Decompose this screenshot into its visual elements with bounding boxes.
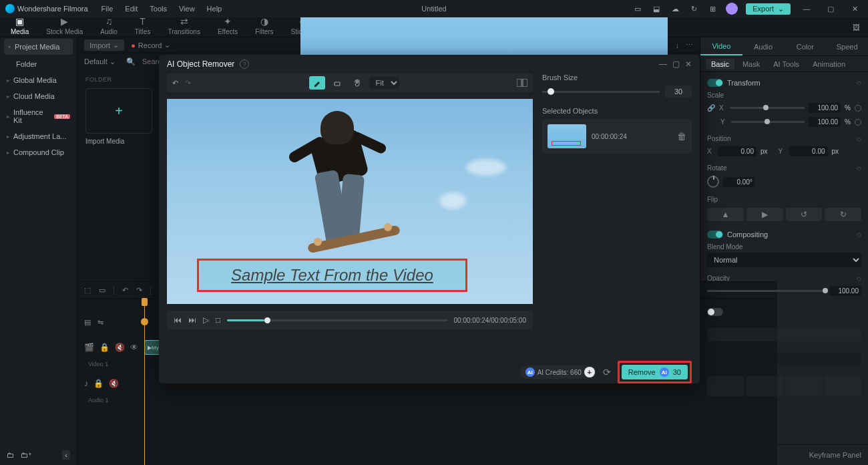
scale-x-slider[interactable] bbox=[730, 107, 805, 109]
link-icon[interactable]: ⇋ bbox=[97, 318, 103, 327]
progress-bar[interactable] bbox=[227, 319, 447, 321]
reset-scale-y[interactable] bbox=[855, 119, 861, 126]
tab-audio[interactable]: ♫Audio bbox=[97, 15, 120, 37]
undo-icon[interactable]: ↶ bbox=[122, 286, 128, 295]
track-view-icon[interactable]: ▤ bbox=[84, 318, 91, 327]
reset-compositing[interactable]: ◇ bbox=[857, 231, 861, 238]
rotate-input[interactable] bbox=[723, 177, 755, 187]
tab-media[interactable]: ▣Media bbox=[8, 15, 31, 37]
cloud-icon[interactable]: ☁ bbox=[670, 3, 680, 14]
close-button[interactable]: ✕ bbox=[847, 2, 863, 15]
screen-icon[interactable]: ▭ bbox=[632, 3, 643, 14]
menu-tools[interactable]: Tools bbox=[150, 5, 167, 13]
subtab-basic[interactable]: Basic bbox=[706, 59, 734, 69]
export-button[interactable]: Export⌄ bbox=[746, 3, 791, 15]
selection-overlay[interactable]: Sample Text From the Video bbox=[197, 259, 467, 292]
sort-dropdown[interactable]: Default ⌄ bbox=[84, 57, 116, 66]
tab-titles[interactable]: TTitles bbox=[132, 15, 154, 37]
snapshot-icon[interactable]: 🖼 bbox=[853, 23, 860, 31]
reset-position[interactable]: ◇ bbox=[857, 136, 861, 142]
opacity-input[interactable] bbox=[829, 286, 861, 296]
minimize-button[interactable]: — bbox=[799, 2, 815, 15]
mute-icon[interactable]: 🔇 bbox=[115, 343, 125, 352]
pos-y-input[interactable] bbox=[789, 146, 828, 156]
modal-minimize-button[interactable]: — bbox=[659, 59, 667, 69]
modal-maximize-button[interactable]: ▢ bbox=[672, 59, 680, 69]
overflow-icon[interactable]: ⋯ bbox=[686, 41, 693, 49]
link-xy-icon[interactable]: 🔗 bbox=[707, 104, 715, 112]
prop-tab-audio[interactable]: Audio bbox=[742, 37, 785, 55]
tab-stock-media[interactable]: ▶Stock Media bbox=[43, 15, 85, 37]
menu-view[interactable]: View bbox=[179, 5, 195, 13]
tree-influence-kit[interactable]: ▸Influence KitBETA bbox=[0, 104, 77, 128]
pointer-tool-icon[interactable]: ⬚ bbox=[84, 286, 91, 295]
compare-icon[interactable] bbox=[517, 79, 527, 87]
brush-size-slider[interactable] bbox=[542, 91, 660, 93]
hand-tool[interactable] bbox=[349, 76, 365, 90]
new-folder-icon[interactable]: 🗀 bbox=[7, 451, 14, 459]
play-button[interactable]: ▷ bbox=[203, 315, 209, 325]
preview-canvas[interactable]: Sample Text From the Video bbox=[167, 99, 533, 304]
brush-size-input[interactable] bbox=[665, 86, 692, 98]
section-compositing[interactable]: Compositing ◇ bbox=[707, 228, 861, 241]
flip-horizontal-button[interactable]: ▲ bbox=[707, 208, 744, 221]
keyframe-panel-link[interactable]: Keyframe Panel bbox=[809, 451, 861, 459]
modal-close-button[interactable]: ✕ bbox=[685, 59, 692, 69]
rotate-dial[interactable] bbox=[707, 176, 719, 188]
prop-tab-color[interactable]: Color bbox=[785, 37, 827, 55]
redo-icon[interactable]: ↷ bbox=[185, 79, 191, 88]
delete-selection-icon[interactable]: 🗑 bbox=[677, 131, 686, 142]
prop-tab-speed[interactable]: Speed bbox=[826, 37, 868, 55]
compositing-toggle[interactable] bbox=[707, 230, 723, 239]
import-button[interactable]: Import ⌄ bbox=[84, 39, 124, 51]
apps-icon[interactable]: ⊞ bbox=[707, 3, 718, 14]
import-media-tile[interactable]: + bbox=[85, 88, 152, 134]
tab-effects[interactable]: ✦Effects bbox=[215, 15, 240, 37]
reset-icon[interactable]: ◇ bbox=[857, 80, 861, 86]
reset-scale-x[interactable] bbox=[855, 105, 861, 112]
more-icon[interactable]: ↓ bbox=[676, 41, 680, 49]
playhead[interactable] bbox=[144, 299, 145, 465]
opacity-slider[interactable] bbox=[707, 290, 825, 292]
subtab-mask[interactable]: Mask bbox=[737, 59, 765, 69]
flip-vertical-button[interactable]: ▶ bbox=[746, 208, 783, 221]
add-credits-button[interactable]: + bbox=[584, 367, 595, 377]
maximize-button[interactable]: ▢ bbox=[823, 2, 839, 15]
brush-tool[interactable] bbox=[309, 76, 325, 90]
scale-y-input[interactable] bbox=[809, 117, 841, 127]
scale-y-slider[interactable] bbox=[731, 121, 805, 123]
tree-cloud-media[interactable]: ▸Cloud Media bbox=[0, 88, 77, 104]
tree-global-media[interactable]: ▸Global Media bbox=[0, 72, 77, 88]
menu-help[interactable]: Help bbox=[207, 5, 222, 13]
user-avatar[interactable] bbox=[726, 3, 738, 15]
help-icon[interactable]: ? bbox=[240, 59, 249, 69]
lock-icon[interactable]: 🔒 bbox=[99, 343, 110, 352]
tab-transitions[interactable]: ⇄Transitions bbox=[165, 15, 203, 37]
menu-file[interactable]: File bbox=[101, 5, 114, 13]
tab-filters[interactable]: ◑Filters bbox=[252, 15, 276, 37]
background-toggle[interactable] bbox=[707, 308, 723, 316]
stop-button[interactable]: □ bbox=[216, 315, 220, 325]
new-tag-icon[interactable]: 🗀⁺ bbox=[21, 451, 32, 460]
reset-opacity[interactable]: ◇ bbox=[857, 275, 861, 282]
section-transform[interactable]: Transform ◇ bbox=[707, 76, 861, 90]
rotate-ccw-button[interactable]: ↺ bbox=[786, 208, 823, 221]
selected-object-item[interactable]: 00:00:00:24 🗑 bbox=[542, 119, 692, 154]
scale-x-input[interactable] bbox=[809, 103, 841, 113]
subtab-animation[interactable]: Animation bbox=[807, 59, 851, 69]
prev-frame-button[interactable]: ⏮ bbox=[174, 315, 182, 325]
prop-tab-video[interactable]: Video bbox=[700, 37, 742, 55]
eye-icon[interactable]: 👁 bbox=[130, 343, 138, 352]
save-icon[interactable]: ⬓ bbox=[651, 3, 662, 14]
subtab-ai-tools[interactable]: AI Tools bbox=[768, 59, 805, 69]
tree-folder[interactable]: Folder bbox=[9, 56, 77, 72]
step-button[interactable]: ⏭ bbox=[188, 315, 196, 325]
remove-button[interactable]: Remove AI 30 bbox=[622, 365, 688, 379]
eraser-tool[interactable] bbox=[329, 76, 345, 90]
blend-mode-select[interactable]: Normal bbox=[707, 253, 861, 267]
mute-icon[interactable]: 🔇 bbox=[109, 379, 119, 388]
reset-rotate[interactable]: ◇ bbox=[857, 165, 861, 172]
menu-edit[interactable]: Edit bbox=[125, 5, 138, 13]
refresh-icon[interactable]: ↻ bbox=[688, 3, 699, 14]
collapse-panel-icon[interactable]: ‹ bbox=[62, 450, 70, 460]
